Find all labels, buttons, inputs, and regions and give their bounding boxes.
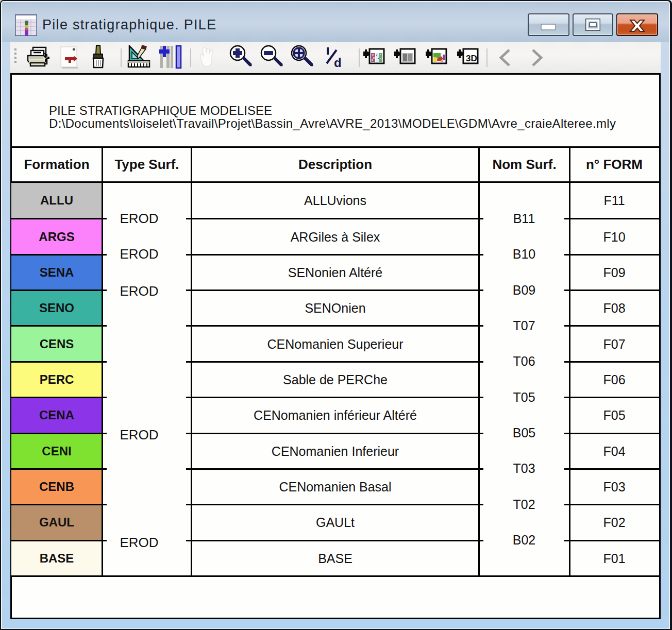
svg-text:3D: 3D [466,54,477,63]
svg-text:d: d [334,56,342,69]
